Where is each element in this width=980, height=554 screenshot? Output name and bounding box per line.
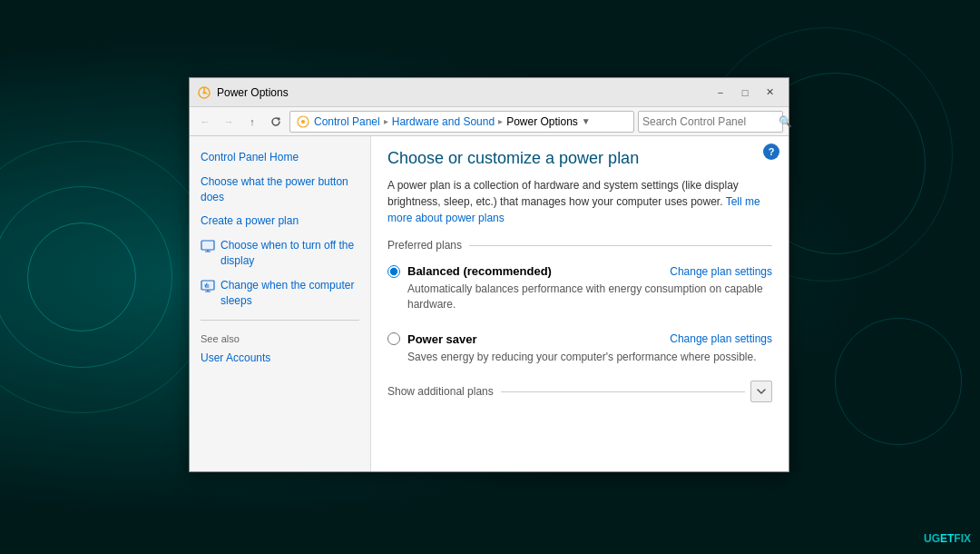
bg-circle-3 [27, 223, 136, 331]
plan-item-balanced: Balanced (recommended) Change plan setti… [387, 261, 772, 316]
preferred-plans-divider [469, 245, 772, 246]
sidebar-item-user-accounts[interactable]: User Accounts [190, 346, 370, 371]
refresh-button[interactable] [266, 112, 286, 132]
breadcrumb-current: Power Options [506, 115, 578, 128]
plan-header-power-saver: Power saver Change plan settings [387, 332, 772, 346]
window-icon [197, 85, 211, 100]
sidebar-item-power-button[interactable]: Choose what the power button does [190, 170, 370, 210]
change-link-balanced[interactable]: Change plan settings [670, 265, 772, 278]
sidebar-link-sleep: Change when the computer sleeps [220, 278, 359, 309]
plan-desc-balanced: Automatically balances performance with … [407, 282, 772, 312]
see-also-label: See also [190, 328, 370, 346]
svg-rect-4 [201, 241, 214, 250]
sidebar-divider [201, 320, 359, 321]
help-button[interactable]: ? [763, 143, 779, 160]
preferred-plans-header: Preferred plans [387, 239, 772, 252]
search-box: 🔍 [638, 111, 783, 133]
sidebar-item-home[interactable]: Control Panel Home [190, 145, 370, 170]
main-content: ? Choose or customize a power plan A pow… [371, 136, 789, 471]
sidebar: Control Panel Home Choose what the power… [190, 136, 371, 471]
breadcrumb-hardware[interactable]: Hardware and Sound [392, 115, 495, 128]
watermark-prefix: UG [924, 532, 940, 545]
titlebar: Power Options − □ ✕ [190, 78, 789, 107]
additional-plans-row: Show additional plans [387, 381, 772, 402]
chevron-down-icon [756, 386, 767, 397]
plan-name-power-saver: Power saver [407, 332, 477, 346]
power-options-window: Power Options − □ ✕ ← → ↑ Control Panel … [189, 77, 789, 472]
sidebar-link-home: Control Panel Home [201, 150, 299, 165]
description-body: A power plan is a collection of hardware… [387, 179, 739, 208]
expand-plans-button[interactable] [750, 381, 772, 402]
watermark-highlight: ET [940, 532, 954, 545]
svg-point-1 [203, 91, 206, 94]
sidebar-link-display: Choose when to turn off the display [220, 238, 359, 269]
sidebar-item-create-plan[interactable]: Create a power plan [190, 209, 370, 233]
monitor-icon [201, 239, 215, 253]
search-icon[interactable]: 🔍 [779, 115, 792, 128]
up-button[interactable]: ↑ [242, 112, 262, 132]
watermark: UGETFIX [924, 532, 971, 545]
breadcrumb-sep-1: ▸ [384, 116, 388, 126]
plan-name-row-balanced: Balanced (recommended) [387, 264, 552, 278]
plan-desc-power-saver: Saves energy by reducing your computer's… [407, 350, 772, 365]
breadcrumb-dropdown-icon[interactable]: ▼ [582, 116, 591, 126]
sidebar-link-create-plan: Create a power plan [201, 213, 299, 229]
sidebar-item-display[interactable]: Choose when to turn off the display [190, 233, 370, 273]
maximize-button[interactable]: □ [733, 83, 757, 103]
close-button[interactable]: ✕ [758, 83, 781, 103]
plan-header-balanced: Balanced (recommended) Change plan setti… [387, 264, 772, 278]
forward-button[interactable]: → [219, 112, 239, 132]
window-title: Power Options [217, 86, 709, 99]
sleep-icon [201, 279, 215, 293]
plan-name-row-power-saver: Power saver [387, 332, 477, 346]
search-input[interactable] [642, 115, 779, 128]
bg-circle-6 [835, 318, 962, 445]
sidebar-item-sleep[interactable]: Change when the computer sleeps [190, 273, 370, 313]
description-text: A power plan is a collection of hardware… [387, 177, 772, 226]
page-title: Choose or customize a power plan [387, 149, 772, 168]
breadcrumb-sep-2: ▸ [498, 116, 503, 126]
watermark-suffix: FIX [954, 532, 971, 545]
svg-point-3 [301, 120, 305, 124]
additional-plans-divider [501, 391, 745, 392]
plan-item-power-saver: Power saver Change plan settings Saves e… [387, 329, 772, 369]
plan-name-balanced: Balanced (recommended) [407, 264, 552, 278]
back-button[interactable]: ← [195, 112, 215, 132]
sidebar-link-user-accounts: User Accounts [201, 351, 270, 366]
sidebar-link-power-button: Choose what the power button does [201, 174, 359, 205]
titlebar-controls: − □ ✕ [709, 83, 781, 103]
preferred-plans-label: Preferred plans [387, 239, 462, 252]
change-link-power-saver[interactable]: Change plan settings [670, 332, 772, 345]
breadcrumb-control-panel[interactable]: Control Panel [314, 115, 380, 128]
addressbar: ← → ↑ Control Panel ▸ Hardware and Sound… [190, 107, 789, 136]
radio-power-saver[interactable] [387, 332, 400, 345]
breadcrumb: Control Panel ▸ Hardware and Sound ▸ Pow… [289, 111, 634, 133]
radio-balanced[interactable] [387, 265, 400, 278]
window-body: Control Panel Home Choose what the power… [190, 136, 789, 471]
additional-plans-label: Show additional plans [387, 385, 494, 398]
minimize-button[interactable]: − [709, 83, 732, 103]
